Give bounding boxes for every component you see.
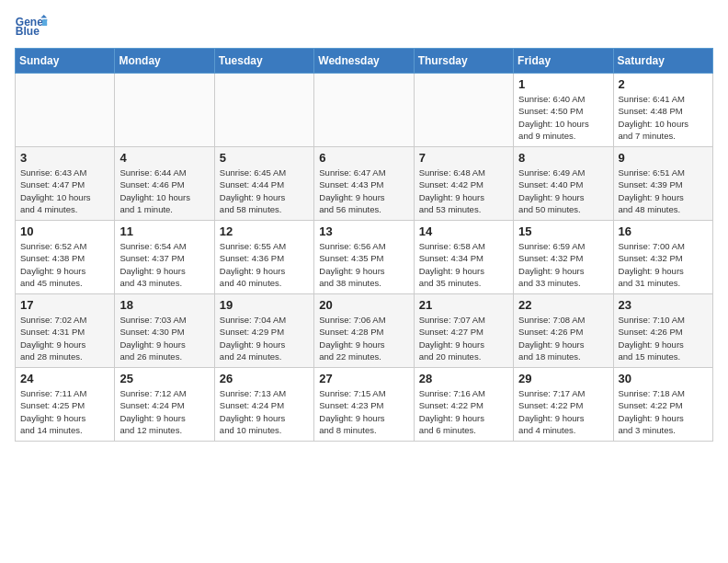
calendar-cell: 11Sunrise: 6:54 AM Sunset: 4:37 PM Dayli…: [115, 221, 214, 294]
calendar-cell: 26Sunrise: 7:13 AM Sunset: 4:24 PM Dayli…: [214, 368, 313, 442]
calendar-cell: 8Sunrise: 6:49 AM Sunset: 4:40 PM Daylig…: [514, 147, 613, 221]
day-number: 2: [619, 77, 708, 91]
day-number: 5: [220, 151, 309, 165]
svg-text:Blue: Blue: [16, 25, 40, 37]
calendar-cell: [414, 74, 513, 147]
calendar-cell: 14Sunrise: 6:58 AM Sunset: 4:34 PM Dayli…: [414, 221, 513, 294]
day-number: 11: [119, 224, 209, 238]
day-number: 10: [20, 224, 109, 238]
day-number: 6: [319, 151, 408, 165]
calendar-cell: [214, 74, 313, 147]
day-number: 1: [518, 77, 608, 91]
logo: General Blue: [15, 15, 48, 37]
day-info: Sunrise: 6:44 AM Sunset: 4:46 PM Dayligh…: [119, 167, 209, 215]
day-number: 20: [319, 298, 408, 312]
day-info: Sunrise: 7:00 AM Sunset: 4:32 PM Dayligh…: [619, 240, 708, 289]
weekday-header-saturday: Saturday: [613, 49, 712, 74]
weekday-header-thursday: Thursday: [414, 49, 513, 74]
day-number: 23: [619, 298, 708, 312]
day-number: 29: [518, 372, 608, 385]
calendar-cell: 12Sunrise: 6:55 AM Sunset: 4:36 PM Dayli…: [214, 221, 313, 294]
day-number: 24: [20, 372, 109, 385]
day-info: Sunrise: 7:15 AM Sunset: 4:23 PM Dayligh…: [319, 387, 408, 436]
day-info: Sunrise: 7:03 AM Sunset: 4:30 PM Dayligh…: [119, 314, 209, 362]
day-number: 9: [619, 151, 708, 165]
day-info: Sunrise: 6:51 AM Sunset: 4:39 PM Dayligh…: [619, 167, 708, 215]
day-number: 25: [119, 372, 209, 385]
day-info: Sunrise: 6:56 AM Sunset: 4:35 PM Dayligh…: [319, 240, 408, 289]
day-number: 4: [119, 151, 209, 165]
weekday-header-wednesday: Wednesday: [314, 49, 414, 74]
calendar-cell: 23Sunrise: 7:10 AM Sunset: 4:26 PM Dayli…: [613, 294, 712, 368]
day-number: 22: [518, 298, 608, 312]
page-header: General Blue: [15, 15, 713, 37]
calendar-cell: 6Sunrise: 6:47 AM Sunset: 4:43 PM Daylig…: [314, 147, 414, 221]
day-info: Sunrise: 6:48 AM Sunset: 4:42 PM Dayligh…: [419, 167, 508, 215]
day-number: 3: [20, 151, 109, 165]
day-info: Sunrise: 6:55 AM Sunset: 4:36 PM Dayligh…: [220, 240, 309, 289]
calendar-cell: 27Sunrise: 7:15 AM Sunset: 4:23 PM Dayli…: [314, 368, 414, 442]
calendar-cell: 17Sunrise: 7:02 AM Sunset: 4:31 PM Dayli…: [16, 294, 115, 368]
day-info: Sunrise: 7:18 AM Sunset: 4:22 PM Dayligh…: [619, 387, 708, 436]
day-number: 14: [419, 224, 508, 238]
day-info: Sunrise: 7:08 AM Sunset: 4:26 PM Dayligh…: [518, 314, 608, 362]
day-number: 8: [518, 151, 608, 165]
day-info: Sunrise: 6:49 AM Sunset: 4:40 PM Dayligh…: [518, 167, 608, 215]
day-info: Sunrise: 7:02 AM Sunset: 4:31 PM Dayligh…: [20, 314, 109, 362]
day-info: Sunrise: 7:13 AM Sunset: 4:24 PM Dayligh…: [220, 387, 309, 436]
calendar-cell: 2Sunrise: 6:41 AM Sunset: 4:48 PM Daylig…: [613, 74, 712, 147]
calendar-cell: 22Sunrise: 7:08 AM Sunset: 4:26 PM Dayli…: [514, 294, 613, 368]
day-info: Sunrise: 6:52 AM Sunset: 4:38 PM Dayligh…: [20, 240, 109, 289]
calendar-cell: 24Sunrise: 7:11 AM Sunset: 4:25 PM Dayli…: [16, 368, 115, 442]
calendar-cell: [115, 74, 214, 147]
day-number: 13: [319, 224, 408, 238]
day-number: 27: [319, 372, 408, 385]
day-info: Sunrise: 7:07 AM Sunset: 4:27 PM Dayligh…: [419, 314, 508, 362]
day-info: Sunrise: 6:58 AM Sunset: 4:34 PM Dayligh…: [419, 240, 508, 289]
calendar-cell: 7Sunrise: 6:48 AM Sunset: 4:42 PM Daylig…: [414, 147, 513, 221]
day-number: 26: [220, 372, 309, 385]
day-info: Sunrise: 7:11 AM Sunset: 4:25 PM Dayligh…: [20, 387, 109, 436]
calendar-cell: 10Sunrise: 6:52 AM Sunset: 4:38 PM Dayli…: [16, 221, 115, 294]
day-info: Sunrise: 6:47 AM Sunset: 4:43 PM Dayligh…: [319, 167, 408, 215]
day-info: Sunrise: 6:45 AM Sunset: 4:44 PM Dayligh…: [220, 167, 309, 215]
calendar-cell: 25Sunrise: 7:12 AM Sunset: 4:24 PM Dayli…: [115, 368, 214, 442]
day-info: Sunrise: 6:59 AM Sunset: 4:32 PM Dayligh…: [518, 240, 608, 289]
day-info: Sunrise: 6:43 AM Sunset: 4:47 PM Dayligh…: [20, 167, 109, 215]
day-info: Sunrise: 7:06 AM Sunset: 4:28 PM Dayligh…: [319, 314, 408, 362]
calendar-cell: 16Sunrise: 7:00 AM Sunset: 4:32 PM Dayli…: [613, 221, 712, 294]
day-number: 17: [20, 298, 109, 312]
svg-marker-3: [42, 19, 47, 26]
calendar-cell: 9Sunrise: 6:51 AM Sunset: 4:39 PM Daylig…: [613, 147, 712, 221]
day-info: Sunrise: 7:10 AM Sunset: 4:26 PM Dayligh…: [619, 314, 708, 362]
weekday-header-friday: Friday: [514, 49, 613, 74]
calendar-cell: 18Sunrise: 7:03 AM Sunset: 4:30 PM Dayli…: [115, 294, 214, 368]
day-info: Sunrise: 6:41 AM Sunset: 4:48 PM Dayligh…: [619, 93, 708, 142]
day-info: Sunrise: 7:04 AM Sunset: 4:29 PM Dayligh…: [220, 314, 309, 362]
weekday-header-sunday: Sunday: [16, 49, 115, 74]
calendar-cell: 5Sunrise: 6:45 AM Sunset: 4:44 PM Daylig…: [214, 147, 313, 221]
calendar-cell: 28Sunrise: 7:16 AM Sunset: 4:22 PM Dayli…: [414, 368, 513, 442]
weekday-header-tuesday: Tuesday: [214, 49, 313, 74]
day-number: 30: [619, 372, 708, 385]
day-number: 7: [419, 151, 508, 165]
calendar-cell: 15Sunrise: 6:59 AM Sunset: 4:32 PM Dayli…: [514, 221, 613, 294]
calendar-cell: 3Sunrise: 6:43 AM Sunset: 4:47 PM Daylig…: [16, 147, 115, 221]
day-number: 15: [518, 224, 608, 238]
calendar-cell: 30Sunrise: 7:18 AM Sunset: 4:22 PM Dayli…: [613, 368, 712, 442]
day-info: Sunrise: 7:17 AM Sunset: 4:22 PM Dayligh…: [518, 387, 608, 436]
day-info: Sunrise: 7:12 AM Sunset: 4:24 PM Dayligh…: [119, 387, 209, 436]
day-number: 21: [419, 298, 508, 312]
calendar-cell: 29Sunrise: 7:17 AM Sunset: 4:22 PM Dayli…: [514, 368, 613, 442]
day-number: 12: [220, 224, 309, 238]
day-info: Sunrise: 6:54 AM Sunset: 4:37 PM Dayligh…: [119, 240, 209, 289]
calendar-cell: 1Sunrise: 6:40 AM Sunset: 4:50 PM Daylig…: [514, 74, 613, 147]
calendar-table: SundayMondayTuesdayWednesdayThursdayFrid…: [15, 48, 713, 442]
day-number: 28: [419, 372, 508, 385]
calendar-cell: [314, 74, 414, 147]
weekday-header-monday: Monday: [115, 49, 214, 74]
day-number: 16: [619, 224, 708, 238]
calendar-cell: 4Sunrise: 6:44 AM Sunset: 4:46 PM Daylig…: [115, 147, 214, 221]
calendar-cell: [16, 74, 115, 147]
calendar-cell: 13Sunrise: 6:56 AM Sunset: 4:35 PM Dayli…: [314, 221, 414, 294]
